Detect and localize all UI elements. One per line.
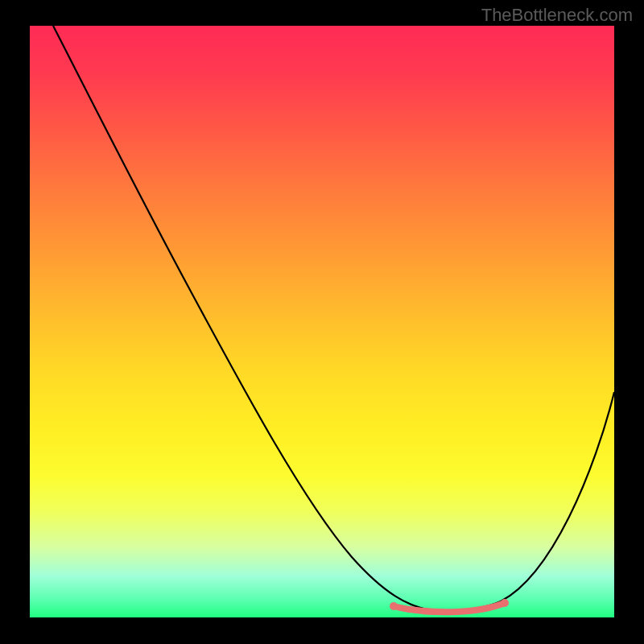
optimal-range-start-dot xyxy=(390,602,398,610)
watermark-label: TheBottleneck.com xyxy=(481,5,633,26)
optimal-range-end-dot xyxy=(501,599,509,607)
chart-plot-area xyxy=(30,26,614,617)
chart-svg xyxy=(30,26,614,617)
bottleneck-curve-line xyxy=(53,26,614,611)
